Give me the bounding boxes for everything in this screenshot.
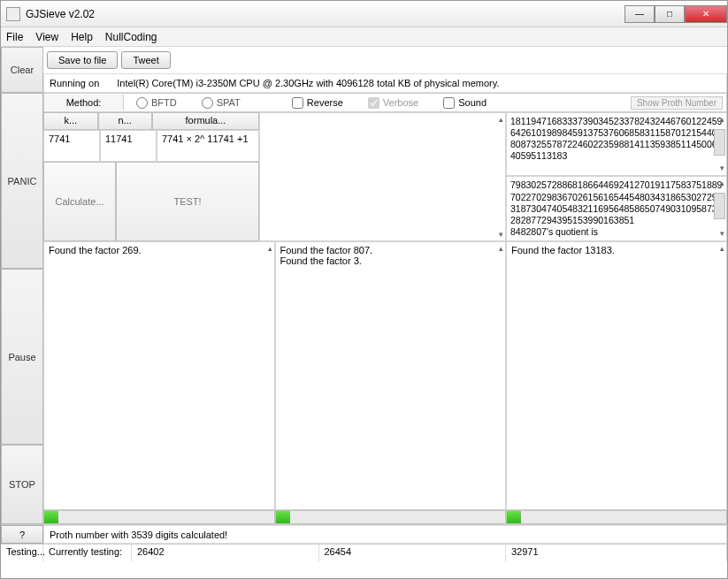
method-row: Method: BFTD SPAT Reverse Verbose Sound … (43, 93, 727, 112)
scrollbar-thumb[interactable] (714, 129, 725, 156)
checkbox-reverse[interactable]: Reverse (292, 97, 343, 109)
scroll-up-icon[interactable]: ▴ (720, 115, 724, 125)
cell-k[interactable]: 7741 (43, 130, 100, 162)
side-column: Clear PANIC Pause STOP (1, 47, 43, 524)
progress-bar-1 (43, 510, 275, 524)
close-button[interactable]: ✕ (685, 5, 727, 23)
save-to-file-button[interactable]: Save to file (47, 51, 118, 69)
progress-row (43, 510, 727, 524)
tweet-button[interactable]: Tweet (121, 51, 170, 69)
method-label: Method: (44, 95, 124, 110)
scroll-up-icon[interactable]: ▴ (268, 244, 272, 253)
radio-spat[interactable]: SPAT (202, 97, 241, 109)
window-title: GJSieve v2.02 (26, 8, 95, 20)
pause-button[interactable]: Pause (1, 269, 43, 445)
cpu-info: Intel(R) Core(TM) i3-2350M CPU @ 2.30GHz… (117, 78, 499, 88)
radio-bftd[interactable]: BFTD (136, 97, 177, 109)
cell-formula[interactable]: 7741 × 2^ 11741 +1 (157, 130, 259, 162)
progress-bar-2 (275, 510, 507, 524)
footer-val-2: 26454 (319, 545, 507, 561)
scroll-down-icon[interactable]: ▾ (720, 164, 724, 173)
scroll-up-icon[interactable]: ▴ (499, 244, 503, 253)
app-icon (6, 7, 20, 21)
stop-button[interactable]: STOP (1, 445, 43, 524)
status-text: Proth number with 3539 digits calculated… (43, 525, 727, 544)
scrollbar-thumb[interactable] (714, 193, 725, 219)
window-controls: — □ ✕ (625, 5, 727, 23)
help-button[interactable]: ? (1, 525, 43, 544)
factor-pane-3[interactable]: Found the factor 13183. ▴ (506, 241, 727, 510)
middle-pane-top[interactable]: ▴ ▾ (259, 112, 506, 241)
footer-currently: Currently testing: (43, 545, 132, 561)
panic-button[interactable]: PANIC (1, 93, 43, 269)
menu-view[interactable]: View (35, 31, 58, 43)
clear-button[interactable]: Clear (1, 47, 43, 93)
progress-bar-3 (506, 510, 727, 524)
calculate-button[interactable]: Calculate... (43, 162, 116, 241)
scroll-up-icon[interactable]: ▴ (720, 244, 724, 253)
col-formula-header[interactable]: formula... (152, 112, 259, 130)
factor-pane-2[interactable]: Found the factor 807. Found the factor 3… (275, 241, 507, 510)
footer-val-1: 26402 (132, 545, 319, 561)
scroll-up-icon[interactable]: ▴ (720, 179, 724, 188)
menu-help[interactable]: Help (71, 31, 93, 43)
checkbox-verbose[interactable]: Verbose (368, 97, 418, 109)
menubar: File View Help NullCoding (1, 27, 727, 47)
titlebar: GJSieve v2.02 — □ ✕ (1, 1, 727, 27)
table-row: 7741 11741 7741 × 2^ 11741 +1 (43, 130, 259, 162)
test-button[interactable]: TEST! (116, 162, 259, 241)
checkbox-sound[interactable]: Sound (443, 97, 487, 109)
menu-nullcoding[interactable]: NullCoding (105, 31, 157, 43)
footer-testing: Testing... (1, 545, 43, 561)
col-k-header[interactable]: k... (43, 112, 98, 130)
table-header: k... n... formula... (43, 112, 259, 130)
show-proth-button[interactable]: Show Proth Number (631, 96, 723, 110)
scroll-up-icon[interactable]: ▴ (499, 115, 503, 124)
number-output-1[interactable]: 1811947168333739034523378243244676012245… (506, 112, 727, 176)
factor-pane-1[interactable]: Found the factor 269. ▴ (43, 241, 275, 510)
minimize-button[interactable]: — (625, 5, 655, 23)
menu-file[interactable]: File (6, 31, 23, 43)
scroll-down-icon[interactable]: ▾ (499, 230, 503, 239)
footer: Testing... Currently testing: 26402 2645… (1, 544, 727, 561)
maximize-button[interactable]: □ (655, 5, 685, 23)
scroll-down-icon[interactable]: ▾ (720, 229, 724, 239)
cell-n[interactable]: 11741 (100, 130, 157, 162)
running-on-label: Running on (50, 78, 99, 88)
col-n-header[interactable]: n... (98, 112, 153, 130)
system-info: Running on Intel(R) Core(TM) i3-2350M CP… (43, 73, 727, 93)
footer-val-3: 32971 (506, 545, 727, 561)
number-output-2[interactable]: 7983025728868186644692412701911758375188… (506, 176, 727, 241)
